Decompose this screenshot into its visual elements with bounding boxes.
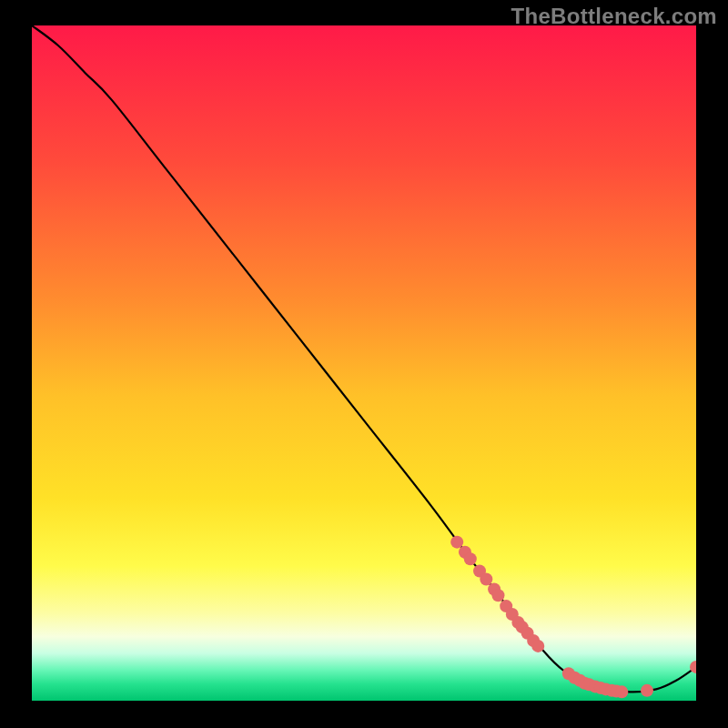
gradient-background xyxy=(32,25,696,701)
chart-stage: TheBottleneck.com xyxy=(0,0,728,728)
scatter-dot xyxy=(450,536,463,549)
plot-area xyxy=(32,25,696,701)
scatter-dot xyxy=(531,640,544,652)
scatter-dot xyxy=(491,589,504,602)
scatter-dot xyxy=(480,572,492,585)
plot-svg xyxy=(32,25,696,701)
scatter-dot xyxy=(615,685,628,698)
scatter-dot xyxy=(641,684,653,697)
scatter-dot xyxy=(464,552,477,565)
